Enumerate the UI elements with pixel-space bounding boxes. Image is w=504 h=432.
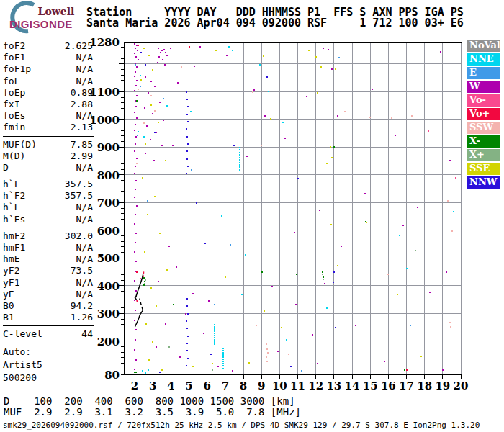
ionogram-plot: [109, 40, 467, 382]
param-label: D: [3, 162, 9, 174]
param-row: h`F357.5: [3, 179, 93, 190]
param-row: M(D)2.99: [3, 150, 93, 162]
param-label: foF2: [3, 40, 25, 52]
param-label: foEp: [3, 87, 25, 99]
parameter-panel: foF22.625foF1N/AfoF1pN/AfoEN/AfoEp0.89fx…: [3, 40, 93, 384]
param-row: h`EsN/A: [3, 214, 93, 225]
param-row: yF273.5: [3, 265, 93, 276]
autoscaled-trace: [135, 271, 144, 327]
param-separator: [3, 176, 94, 176]
param-row: C-level44: [3, 328, 93, 340]
distance-row: D 100 200 400 600 800 1000 1500 3000 [km…: [4, 396, 295, 407]
muf-row: MUF 2.9 2.9 3.1 3.2 3.5 3.9 5.0 7.8 [MHz…: [4, 407, 301, 418]
param-label: hmE: [3, 253, 19, 265]
status-line: smk29_2026094092000.rsf / 720fx512h 25 k…: [3, 420, 480, 430]
param-label: foE: [3, 76, 19, 87]
plot-frame: [119, 42, 462, 379]
param-row: yF1N/A: [3, 277, 93, 289]
param-row: fxI2.88: [3, 99, 93, 110]
param-row: foF22.625: [3, 40, 93, 52]
y-axis-label: 400: [88, 280, 120, 293]
param-label: yF1: [3, 277, 19, 289]
param-label: h`F2: [3, 190, 25, 202]
legend-item-ssw: SSW: [467, 122, 500, 134]
legend-item-vo-: Vo-: [467, 94, 500, 107]
param-row: h`F2357.5: [3, 190, 93, 202]
param-value: N/A: [76, 63, 93, 75]
param-row: yEN/A: [3, 289, 93, 300]
autoscaling-info-line: Artist5: [3, 359, 93, 372]
lowell-digisonde-logo: Lowell DIGISONDE: [3, 1, 85, 35]
y-axis-label: 1000: [88, 114, 120, 127]
param-row: foEp0.89: [3, 87, 93, 99]
legend-item-w: W: [467, 81, 500, 93]
legend-item-sse: SSE: [467, 163, 500, 175]
autoscaling-info-line: 500200: [3, 372, 93, 384]
param-label: h`Es: [3, 214, 25, 225]
param-row: foEN/A: [3, 76, 93, 87]
param-separator: [3, 228, 94, 228]
param-value: 73.5: [71, 265, 93, 276]
y-axis-label: 300: [88, 307, 120, 320]
param-separator: [3, 343, 94, 343]
param-label: h`F: [3, 179, 19, 190]
param-row: foEsN/A: [3, 110, 93, 122]
param-label: MUF(D): [3, 139, 37, 150]
y-axis-label: 80: [88, 369, 120, 382]
param-label: fxI: [3, 99, 19, 110]
legend-item-x-: X-: [467, 135, 500, 148]
autoscaling-info-line: Auto:: [3, 346, 93, 359]
param-label: foF1p: [3, 63, 31, 75]
legend-item-nne: NNE: [467, 53, 500, 66]
logo-digisonde-text: DIGISONDE: [9, 18, 85, 30]
param-label: hmF2: [3, 230, 25, 242]
legend-item-nnw: NNW: [467, 176, 500, 189]
y-axis-label: 1280: [88, 36, 120, 49]
x-axis-label: 20: [450, 379, 472, 392]
param-label: yE: [3, 289, 14, 300]
echo-type-legend: NoValNNEEWVo-Vo+SSWX-X+SSENNW: [467, 40, 500, 190]
param-value: 2.88: [71, 99, 93, 110]
y-axis-label: 900: [88, 141, 120, 154]
param-row: fmin2.13: [3, 122, 93, 133]
param-label: yF2: [3, 265, 19, 276]
param-row: B094.2: [3, 300, 93, 312]
scatter-points: [134, 43, 456, 374]
legend-item-vo+: Vo+: [467, 108, 500, 120]
param-label: h`E: [3, 202, 19, 213]
param-row: hmF2302.0: [3, 230, 93, 242]
param-row: foF1pN/A: [3, 63, 93, 75]
y-axis-label: 500: [88, 252, 120, 265]
y-axis-label: 700: [88, 197, 120, 210]
param-row: h`EN/A: [3, 202, 93, 213]
logo-lowell-text: Lowell: [33, 6, 79, 17]
param-row: B11.26: [3, 312, 93, 323]
y-axis-label: 800: [88, 169, 120, 182]
y-axis-label: 600: [88, 225, 120, 238]
y-axis-label: 1100: [88, 86, 120, 99]
param-label: M(D): [3, 150, 25, 162]
gridlines: [124, 42, 462, 374]
param-row: foF1N/A: [3, 52, 93, 63]
param-row: MUF(D)7.85: [3, 139, 93, 150]
header-line-2: Santa Maria 2026 Apr04 094 092000 RSF 1 …: [86, 18, 464, 29]
param-label: B1: [3, 312, 14, 323]
param-separator: [3, 136, 94, 137]
param-value: N/A: [76, 214, 93, 225]
param-label: hmF1: [3, 242, 25, 253]
y-axis-label: 200: [88, 336, 120, 348]
param-label: B0: [3, 300, 14, 312]
param-row: DN/A: [3, 162, 93, 174]
legend-item-x+: X+: [467, 149, 500, 161]
param-label: foF1: [3, 52, 25, 63]
param-row: hmEN/A: [3, 253, 93, 265]
legend-item-e: E: [467, 67, 500, 79]
param-label: fmin: [3, 122, 25, 133]
param-row: hmF1N/A: [3, 242, 93, 253]
param-value: N/A: [76, 52, 93, 63]
param-label: foEs: [3, 110, 25, 122]
param-label: C-level: [3, 328, 42, 340]
param-separator: [3, 325, 94, 326]
legend-item-noval: NoVal: [467, 40, 500, 52]
